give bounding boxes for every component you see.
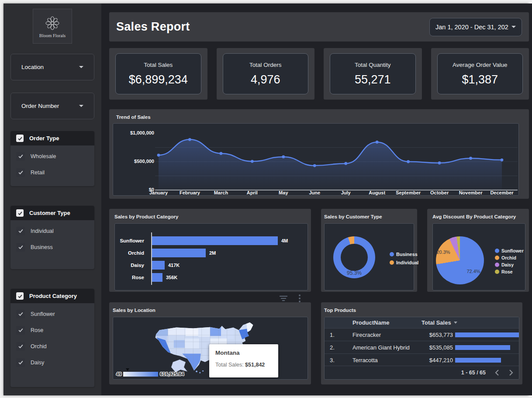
hawaii-shape[interactable] — [202, 370, 204, 372]
alaska-shape[interactable] — [171, 360, 187, 372]
checkbox-checked-icon[interactable] — [16, 135, 24, 142]
kpi-card[interactable]: Total Orders 4,976 — [223, 53, 309, 94]
hawaii-shape[interactable] — [199, 372, 200, 373]
filter-group-product-category: Product Category Sunflower Rose — [10, 289, 94, 387]
table-row[interactable]: 1. Firecracker $653,773 — [325, 328, 519, 341]
filter-item-rose[interactable]: Rose — [10, 322, 94, 338]
pie-chart[interactable] — [436, 236, 484, 284]
filter-item-orchid[interactable]: Orchid — [10, 338, 94, 354]
line-chart-plot[interactable] — [113, 124, 519, 196]
check-icon — [16, 152, 25, 161]
legend-value-marker-icon — [126, 368, 129, 371]
tooltip-metric-label: Total Sales: — [215, 362, 244, 368]
legend-swatch — [495, 270, 499, 274]
more-options-icon[interactable] — [299, 294, 301, 302]
legend-item[interactable]: Individual — [390, 260, 418, 265]
bar[interactable] — [152, 249, 206, 257]
bar-row[interactable]: Rose 356K — [115, 273, 304, 282]
sales-by-product-category-chart[interactable]: Sunflower 4M Orchid 2M Daisy 417K — [114, 223, 308, 291]
legend-gradient-bar — [123, 372, 158, 377]
legend-item[interactable]: Business — [390, 252, 418, 257]
bar-row[interactable]: Sunflower 4M — [115, 236, 304, 245]
legend-label: Orchid — [501, 255, 516, 260]
date-range-picker[interactable]: Jan 1, 2020 - Dec 31, 202 — [429, 18, 522, 36]
bar-row[interactable]: Daisy 417K — [115, 261, 304, 270]
sales-by-location-panel: Sales by Location — [109, 302, 311, 384]
legend-item[interactable]: Orchid — [495, 255, 524, 260]
filter-item-daisy[interactable]: Daisy — [10, 354, 94, 370]
x-axis-label: September — [396, 190, 421, 195]
checkbox-checked-icon[interactable] — [16, 209, 24, 217]
location-filter-dropdown[interactable]: Location — [10, 54, 94, 80]
kpi-card[interactable]: Average Order Value $1,387 — [437, 53, 523, 94]
total-sales-value: $653,773 — [421, 332, 453, 338]
filter-item-label: Sunflower — [31, 311, 55, 317]
filter-header-order-type[interactable]: Order Type — [10, 131, 94, 145]
filter-title: Order Type — [29, 135, 59, 142]
x-axis-label: October — [430, 190, 449, 195]
column-header-total-sales[interactable]: Total Sales — [421, 319, 519, 326]
bar[interactable] — [152, 273, 162, 282]
kpi-panel-total-quantity: Total Quantity 55,271 — [324, 48, 422, 100]
checkbox-checked-icon[interactable] — [16, 292, 24, 300]
filter-item-wholesale[interactable]: Wholesale — [10, 148, 94, 164]
table-row[interactable]: 3. Terracotta $447,210 — [325, 353, 519, 366]
slice-percentage-label: 72.4% — [463, 269, 484, 274]
sales-by-customer-type-panel: Sales by Customer Type 95.3% Business In… — [321, 209, 417, 292]
legend-item[interactable]: Rose — [495, 269, 524, 274]
filter-icon[interactable] — [280, 296, 287, 301]
legend-item[interactable]: Sunflower — [495, 248, 524, 253]
y-axis-label: $500,000 — [113, 159, 154, 164]
legend-swatch — [390, 252, 394, 256]
sales-by-customer-type-chart[interactable]: 95.3% Business Individual — [324, 223, 414, 291]
order-number-filter-dropdown[interactable]: Order Number — [10, 93, 94, 119]
sales-by-location-map[interactable]: 49 616,925.84 Montana Total Sales: $51,8… — [113, 317, 308, 380]
bar[interactable] — [152, 236, 278, 245]
check-icon — [16, 342, 25, 351]
flower-icon — [44, 14, 61, 32]
filter-group-customer-type: Customer Type Individual Business — [10, 206, 94, 269]
map-tooltip: Montana Total Sales: $51,842 — [209, 344, 278, 377]
kpi-value: 55,271 — [355, 73, 391, 87]
top-products-panel: Top Products ProductName Total Sales 1. … — [321, 302, 522, 384]
filter-item-individual[interactable]: Individual — [10, 223, 94, 239]
filter-header-customer-type[interactable]: Customer Type — [10, 206, 94, 220]
legend-swatch — [495, 263, 499, 267]
filter-header-product-category[interactable]: Product Category — [10, 289, 94, 303]
slice-percentage-label: 20.3% — [433, 249, 453, 255]
kpi-card[interactable]: Total Sales $6,899,234 — [115, 53, 201, 94]
hawaii-shape[interactable] — [196, 370, 197, 372]
bar[interactable] — [152, 261, 165, 270]
previous-page-button[interactable] — [494, 369, 500, 376]
bar-value-label: 356K — [166, 275, 177, 280]
kpi-row: Total Sales $6,899,234 Total Orders 4,97… — [109, 48, 529, 100]
x-axis-label: August — [369, 190, 385, 195]
avg-discount-chart[interactable]: 20.3% 72.4% Sunflower Orchid — [432, 223, 525, 291]
legend-item[interactable]: Daisy — [495, 262, 524, 267]
tooltip-metric: Total Sales: $51,842 — [215, 362, 272, 368]
x-axis-label: December — [490, 190, 513, 195]
filter-item-sunflower[interactable]: Sunflower — [10, 306, 94, 322]
x-axis-label: March — [214, 190, 228, 195]
kpi-label: Total Sales — [144, 62, 173, 68]
filter-item-retail[interactable]: Retail — [10, 164, 94, 180]
page-title: Sales Report — [116, 20, 190, 34]
bar-row[interactable]: Orchid 2M — [115, 249, 304, 257]
chart-title: Sales by Location — [113, 308, 308, 313]
trend-of-sales-chart[interactable]: $0$500,000$1,000,000 JanuaryFebruaryMarc… — [113, 123, 519, 196]
kpi-label: Average Order Value — [453, 62, 508, 68]
kpi-card[interactable]: Total Quantity 55,271 — [330, 53, 416, 94]
filter-item-business[interactable]: Business — [10, 239, 94, 255]
filter-item-label: Rose — [31, 327, 43, 333]
location-filter-label: Location — [21, 64, 44, 70]
chevron-down-icon — [79, 105, 83, 107]
tooltip-metric-value: $51,842 — [245, 362, 265, 368]
legend-max-label: 616,925.84 — [160, 371, 184, 377]
next-page-button[interactable] — [508, 369, 514, 376]
chart-title: Sales by Product Category — [114, 214, 308, 219]
kpi-value: $6,899,234 — [129, 73, 188, 87]
sidebar: Bloom Florals Location Order Number Orde… — [3, 3, 101, 395]
legend-swatch — [495, 256, 499, 260]
column-header-product-name[interactable]: ProductName — [352, 319, 421, 326]
table-row[interactable]: 2. American Giant Hybrid $535,085 — [325, 341, 519, 353]
